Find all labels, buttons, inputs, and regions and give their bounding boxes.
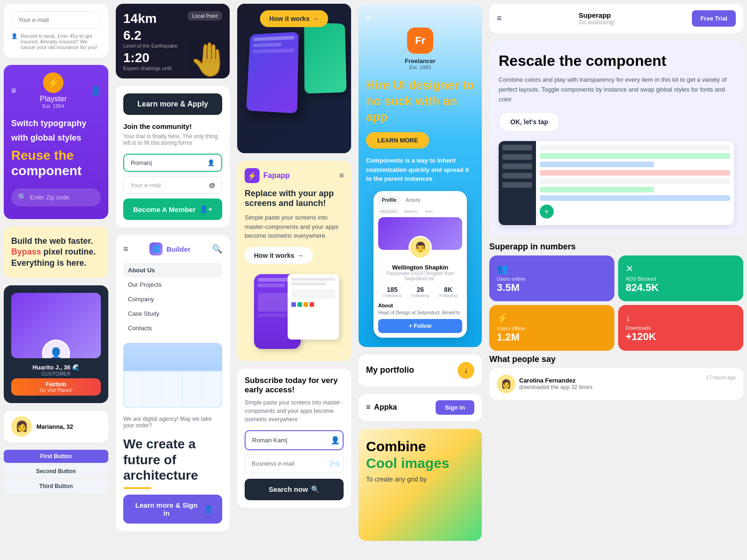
name-value: Roman| — [131, 159, 152, 166]
fapapp-desc: Simple paste your screens into master-co… — [245, 213, 344, 241]
ok-tap-button[interactable]: OK, let's tap — [499, 112, 560, 132]
superapp-header: ≡ Superapp Go asskicking! Free Trial — [489, 4, 743, 33]
tab-auto[interactable]: Auto — [422, 208, 435, 214]
ads-blocked-num: 824.5K — [626, 282, 736, 294]
fapapp-menu-icon[interactable]: ≡ — [339, 171, 344, 180]
hint-icon: 👤 — [11, 33, 18, 39]
first-button[interactable]: First Button — [4, 450, 108, 463]
rescale-card: Rescale the component Combine colors and… — [489, 41, 743, 236]
build-card: Build the web faster. Bypass pixel routi… — [4, 227, 108, 278]
users-offline-label: Users offline — [497, 326, 607, 331]
second-button[interactable]: Second Button — [4, 465, 108, 478]
playster-icon: ⚡ — [43, 72, 63, 93]
profile-name: Huarito J., 36 🌊 — [11, 364, 101, 371]
appka-menu-icon[interactable]: ≡ — [366, 403, 370, 411]
hire-line3: no suck with an app — [366, 94, 457, 124]
nav-company[interactable]: Company — [123, 292, 222, 306]
become-member-button[interactable]: Become A Member 👤+ — [123, 198, 222, 220]
components-text: Components is a way to inherit customiza… — [366, 156, 474, 184]
third-button[interactable]: Third Button — [4, 480, 108, 493]
name-input-row: Roman| 👤 — [123, 154, 222, 172]
portfolio-arrow[interactable]: ↓ — [458, 362, 474, 379]
tab-address[interactable]: Address — [401, 208, 420, 214]
superapp-tagline: Go asskicking! — [578, 19, 615, 26]
combine-card: Combine Cool images To create any grid b… — [359, 429, 482, 541]
mockup-paper — [288, 274, 339, 340]
search-now-button[interactable]: Search now 🔍 — [245, 479, 344, 500]
combine-title-line2: Cool images — [366, 455, 474, 472]
fairbnb-badge: Fairbnb Go Visit Places! — [11, 378, 101, 396]
nav-contacts[interactable]: Contacts — [123, 321, 222, 335]
superapp-name: Superapp — [578, 11, 615, 19]
learn-apply-button[interactable]: Learn more & Apply — [123, 93, 222, 115]
users-online-num: 3.5M — [497, 282, 607, 294]
local-point-badge: Local Point — [188, 11, 222, 21]
free-trial-button[interactable]: Free Trial — [692, 10, 736, 27]
tab-accounts[interactable]: Accounts — [378, 208, 399, 214]
reviewer-time: 17 hours ago — [706, 375, 736, 380]
builder-card: ≡ 🌐 Builder 🔍 About Us Our Projects Comp… — [116, 235, 230, 531]
name-input-active[interactable]: 👤 — [245, 430, 344, 450]
nav-about-us[interactable]: About Us — [123, 263, 222, 277]
dash-sidebar-item-2 — [502, 154, 532, 160]
dashboard-preview: + — [499, 141, 734, 225]
tab-activity[interactable]: Activity — [402, 196, 424, 205]
hire-line2: UI designer to — [393, 78, 474, 92]
stat-users-online: 👥 Users online 3.5M — [489, 255, 614, 301]
profile-icon[interactable]: 👤 — [91, 85, 101, 96]
superapp-menu-icon[interactable]: ≡ — [497, 14, 502, 23]
builder-logo-text: Builder — [166, 245, 190, 253]
freelancer-learn-more-button[interactable]: LEARN MORE — [366, 132, 429, 149]
fr-menu-icon[interactable]: ≡ — [366, 13, 371, 23]
builder-search-icon[interactable]: 🔍 — [212, 244, 222, 254]
subscribe-card: Subscribe 👤 Record to beat, 1min 45s to … — [4, 4, 108, 57]
appka-logo-text: Appka — [374, 403, 397, 411]
email-field-early[interactable] — [252, 460, 330, 467]
zip-input[interactable] — [30, 194, 101, 201]
how-it-works-button[interactable]: How it works → — [260, 10, 328, 27]
building-illustration — [123, 343, 222, 408]
review-card: 👩 Carolina Fernandez downloaded the app … — [489, 368, 743, 400]
ads-blocked-label: ADS Blocked — [626, 276, 736, 282]
stats-grid: 👥 Users online 3.5M ✕ ADS Blocked 824.5K… — [489, 255, 743, 351]
playster-heading1: Switch typography — [11, 118, 101, 129]
email-input-early[interactable]: ✉️ — [245, 454, 344, 473]
learn-sign-in-button[interactable]: Learn more & Sign in 👤 — [123, 495, 222, 524]
fapapp-how-it-works-button[interactable]: How it works → — [245, 247, 313, 264]
downloads-icon: ↓ — [626, 312, 736, 323]
builder-sub-text: We are digital agency! May we take your … — [123, 416, 222, 429]
menu-lines-icon[interactable]: ≡ — [11, 86, 16, 96]
ads-blocked-icon: ✕ — [626, 263, 736, 274]
nav-projects[interactable]: Our Projects — [123, 277, 222, 292]
yellow-divider — [123, 487, 151, 489]
tab-profile[interactable]: Profile — [378, 196, 400, 205]
dash-row-1 — [540, 145, 730, 150]
users-online-label: Users online — [497, 276, 607, 282]
appka-card: ≡ Appka Sign In — [359, 394, 482, 421]
search-now-label: Search now — [268, 485, 308, 493]
fapapp-title: Replace with your app screens and launch… — [245, 189, 344, 208]
freelancer-card: ≡ Fr Freelancer Est. 1983 Hire UI design… — [359, 4, 482, 347]
stat-followers-label: Followers — [383, 293, 402, 298]
fapapp-arrow-icon: → — [297, 252, 303, 259]
sign-in-button[interactable]: Sign In — [436, 400, 474, 415]
follow-button[interactable]: + Follow — [378, 319, 462, 333]
dash-row-6 — [540, 187, 654, 192]
hand-illustration: 🤚 — [189, 40, 230, 78]
person-add-icon: 👤+ — [199, 205, 212, 213]
user-icon-input: 👤 — [331, 436, 340, 445]
profile-picture: 👨 — [409, 236, 432, 259]
marianna-avatar: 👩 — [11, 416, 32, 437]
subscribe-email-input[interactable] — [12, 12, 101, 28]
add-icon-btn[interactable]: + — [540, 205, 554, 219]
nav-case-study[interactable]: Case Study — [123, 306, 222, 321]
menu-icon[interactable]: ≡ — [123, 244, 128, 254]
profile-card: 👤 Huarito J., 36 🌊 CUSTOMER Fairbnb Go V… — [4, 285, 108, 403]
name-field[interactable] — [252, 437, 331, 444]
stat-ads-blocked: ✕ ADS Blocked 824.5K — [618, 255, 743, 301]
marianna-bar: 👩 Marianna, 32 — [4, 411, 108, 442]
email-input-row: Your e-mail @ — [123, 177, 222, 194]
email-icon: ✉️ — [330, 459, 339, 468]
fapapp-card: ⚡ Fapapp ≡ Replace with your app screens… — [237, 161, 351, 361]
playster-est: Est. 1954 — [40, 103, 67, 109]
